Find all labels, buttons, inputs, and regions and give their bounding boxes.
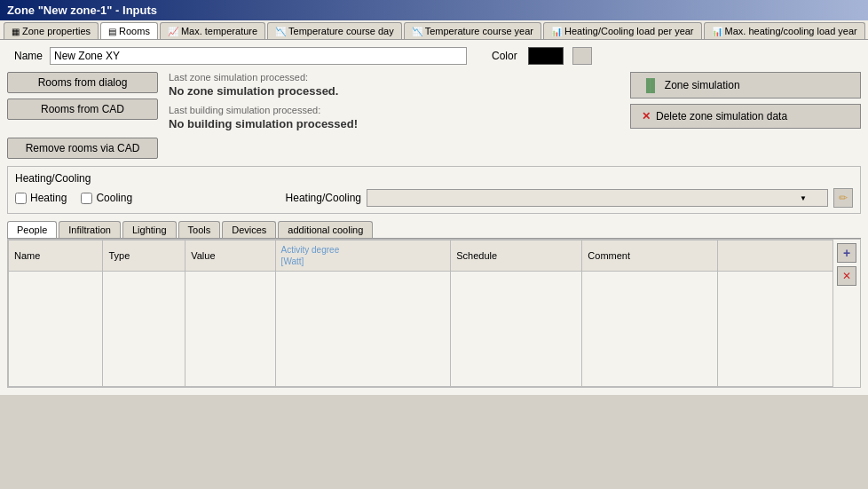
name-row: Name Color <box>7 47 861 65</box>
title-bar: Zone "New zone-1" - Inputs <box>0 0 868 20</box>
people-table-body <box>9 272 833 387</box>
col-activity: Activity degree[Watt] <box>275 241 451 272</box>
tab-label: Max. heating/cooling load year <box>725 26 857 36</box>
empty-value <box>185 272 275 387</box>
delete-zone-data-label: Delete zone simulation data <box>656 110 787 122</box>
add-row-button[interactable]: + <box>837 243 856 263</box>
col-comment: Comment <box>582 241 718 272</box>
ptab-infiltration[interactable]: Infiltration <box>59 221 121 238</box>
chart-icon: 📊 <box>551 27 562 36</box>
empty-name <box>9 272 103 387</box>
people-table: Name Type Value Activity degree[Watt] Sc… <box>8 240 833 387</box>
tab-label: Heating/Cooling load per year <box>564 26 694 36</box>
ptab-additional-cooling-label: additional cooling <box>288 225 363 235</box>
last-zone-sim-label: Last zone simulation processed: <box>169 72 619 83</box>
col-value: Value <box>185 241 275 272</box>
left-column: Rooms from dialog Rooms from CAD Remove … <box>7 72 158 159</box>
heating-checkbox[interactable] <box>15 193 27 204</box>
people-tabs: People Infiltration Lighting Tools Devic… <box>7 221 861 239</box>
edit-heating-cooling-button[interactable]: ✏ <box>833 188 853 208</box>
zone-simulation-label: Zone simulation <box>665 79 740 91</box>
main-tabs: ▦ Zone properties ▤ Rooms 📈 Max. tempera… <box>0 20 868 40</box>
last-zone-sim-status: No zone simulation processed. <box>169 84 619 98</box>
chart-icon: 📉 <box>412 27 422 36</box>
cooling-checkbox-label[interactable]: Cooling <box>81 192 132 204</box>
tab-label: Temperature course year <box>425 26 533 36</box>
tab-label: Temperature course day <box>288 26 394 36</box>
delete-row-button[interactable]: ✕ <box>837 266 856 286</box>
table-area: Name Type Value Activity degree[Watt] Sc… <box>7 239 861 388</box>
ptab-additional-cooling[interactable]: additional cooling <box>278 221 373 238</box>
plus-icon: + <box>843 246 850 260</box>
heating-checkbox-label[interactable]: Heating <box>15 192 67 204</box>
window-title: Zone "New zone-1" - Inputs <box>7 4 157 17</box>
last-building-sim-label: Last building simulation processed: <box>169 105 619 115</box>
tab-zone-properties[interactable]: ▦ Zone properties <box>4 22 99 39</box>
minus-icon: ✕ <box>842 270 851 282</box>
chart-icon: 📉 <box>275 27 286 36</box>
ptab-lighting[interactable]: Lighting <box>122 221 177 238</box>
two-column-layout: Rooms from dialog Rooms from CAD Remove … <box>7 72 861 159</box>
hc-dropdown-label: Heating/Cooling <box>286 192 361 204</box>
people-table-header: Name Type Value Activity degree[Watt] Sc… <box>9 241 833 272</box>
empty-schedule <box>451 272 582 387</box>
empty-type <box>103 272 185 387</box>
name-label: Name <box>7 50 43 62</box>
table-row <box>9 272 833 387</box>
hc-dropdown-wrapper <box>367 189 828 207</box>
cooling-label: Cooling <box>96 192 132 204</box>
rooms-from-cad-button[interactable]: Rooms from CAD <box>7 99 158 120</box>
tab-label: Zone properties <box>22 26 91 36</box>
ptab-devices[interactable]: Devices <box>222 221 276 238</box>
heating-cooling-section: Heating/Cooling Heating Cooling Heating/… <box>7 166 861 214</box>
last-building-sim-status: No building simulation processed! <box>169 117 619 130</box>
ptab-tools[interactable]: Tools <box>178 221 221 238</box>
ptab-lighting-label: Lighting <box>132 225 167 235</box>
name-input[interactable] <box>50 47 467 65</box>
bar-chart-icon: ▐▌ <box>642 78 659 92</box>
ptab-people[interactable]: People <box>7 221 57 238</box>
tab-label: Rooms <box>119 26 150 36</box>
heating-cooling-dropdown[interactable] <box>367 189 828 207</box>
heating-cooling-title: Heating/Cooling <box>15 172 853 185</box>
remove-rooms-cad-button[interactable]: Remove rooms via CAD <box>7 138 158 159</box>
color-label: Color <box>492 50 517 62</box>
color-picker-button[interactable] <box>572 47 592 65</box>
tab-heating-cooling-load[interactable]: 📊 Heating/Cooling load per year <box>543 22 702 39</box>
chart-icon: 📈 <box>168 27 178 36</box>
ptab-infiltration-label: Infiltration <box>68 225 111 235</box>
right-column: ▐▌ Zone simulation ✕ Delete zone simulat… <box>630 72 861 159</box>
table-actions: + ✕ <box>833 240 860 387</box>
ptab-tools-label: Tools <box>188 225 211 235</box>
empty-activity <box>275 272 451 387</box>
table-icon: ▤ <box>108 27 116 36</box>
empty-extra <box>718 272 833 387</box>
zone-simulation-button[interactable]: ▐▌ Zone simulation <box>630 72 861 99</box>
rooms-from-dialog-button[interactable]: Rooms from dialog <box>7 72 158 93</box>
ptab-devices-label: Devices <box>232 225 266 235</box>
center-column: Last zone simulation processed: No zone … <box>169 72 619 159</box>
col-type: Type <box>103 241 185 272</box>
delete-zone-data-button[interactable]: ✕ Delete zone simulation data <box>630 104 861 129</box>
tab-max-heating-cooling[interactable]: 📊 Max. heating/cooling load year <box>704 22 865 39</box>
tab-max-temperature[interactable]: 📈 Max. temperature <box>160 22 265 39</box>
tab-temp-course-year[interactable]: 📉 Temperature course year <box>404 22 541 39</box>
heating-row: Heating Cooling Heating/Cooling ✏ <box>15 188 853 208</box>
ptab-people-label: People <box>17 225 47 235</box>
main-content: Name Color Rooms from dialog Rooms from … <box>0 40 868 395</box>
col-name: Name <box>9 241 103 272</box>
color-swatch[interactable] <box>528 47 564 65</box>
cooling-checkbox[interactable] <box>81 193 92 204</box>
col-schedule: Schedule <box>451 241 582 272</box>
heating-label: Heating <box>30 192 67 204</box>
empty-comment <box>582 272 718 387</box>
col-spacer <box>718 241 833 272</box>
tab-label: Max. temperature <box>181 26 257 36</box>
tab-temp-course-day[interactable]: 📉 Temperature course day <box>267 22 402 39</box>
chart-icon: 📊 <box>712 27 722 36</box>
tab-rooms[interactable]: ▤ Rooms <box>100 22 158 40</box>
pencil-icon: ✏ <box>839 192 848 204</box>
grid-icon: ▦ <box>12 27 20 36</box>
x-delete-icon: ✕ <box>642 110 651 122</box>
